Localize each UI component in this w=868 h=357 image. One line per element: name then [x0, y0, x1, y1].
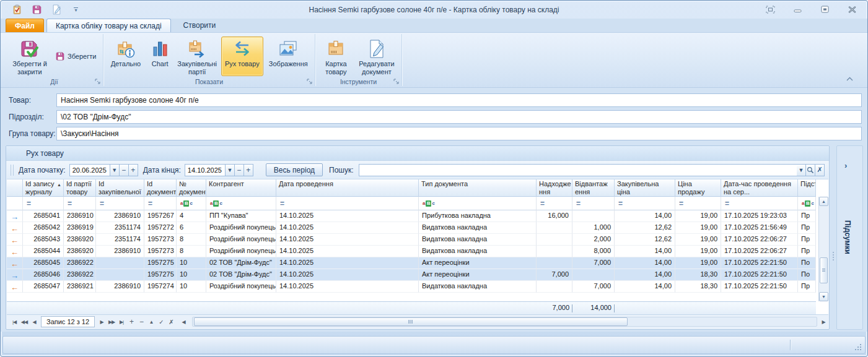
- table-cell[interactable]: 8,000: [572, 246, 615, 257]
- filter-cell[interactable]: aBc: [206, 197, 276, 210]
- purchase-lots-button[interactable]: Закупівельні партії: [175, 37, 219, 76]
- table-cell[interactable]: 10: [177, 257, 206, 269]
- table-row[interactable]: ←26850432386920235117419572738Роздрібний…: [7, 234, 816, 246]
- hscroll-right-icon[interactable]: ▶: [818, 317, 828, 327]
- table-cell[interactable]: 2386910: [96, 246, 144, 257]
- table-cell[interactable]: 2,000: [572, 234, 615, 246]
- table-cell[interactable]: Роздрібний покупець: [206, 246, 276, 257]
- table-cell[interactable]: 14.10.2025: [276, 257, 419, 269]
- table-cell[interactable]: 2386919: [64, 222, 96, 234]
- save-close-button[interactable]: Зберегти й закрити: [9, 37, 50, 76]
- tab-file[interactable]: Файл: [6, 19, 44, 32]
- table-cell[interactable]: 14.10.2025: [276, 210, 419, 222]
- minimize-icon[interactable]: [791, 4, 804, 15]
- table-row[interactable]: →2685046238692219572751002 ТОВ "Дрім-Фуд…: [7, 269, 816, 281]
- goods-movement-button[interactable]: Рух товару: [221, 37, 263, 76]
- search-dropdown-icon[interactable]: ▼: [797, 164, 806, 176]
- table-cell[interactable]: 17.10.2025 22:06:27: [721, 234, 798, 246]
- table-cell[interactable]: 19,00: [675, 246, 721, 257]
- table-cell[interactable]: [572, 269, 615, 281]
- column-header[interactable]: Id документа: [144, 179, 177, 197]
- table-cell[interactable]: 19,00: [675, 210, 721, 222]
- table-cell[interactable]: 18,30: [675, 281, 721, 293]
- table-cell[interactable]: Акт переоцінки: [419, 257, 537, 269]
- date-from-minus-button[interactable]: −: [120, 164, 129, 176]
- nav-delete-button[interactable]: −: [136, 317, 146, 327]
- filter-cell[interactable]: =: [96, 197, 144, 210]
- nav-last-button[interactable]: ▶|: [116, 317, 126, 327]
- table-cell[interactable]: 19,00: [675, 234, 721, 246]
- detail-button[interactable]: Детально: [107, 37, 144, 76]
- table-cell[interactable]: 17.10.2025 19:23:03: [721, 210, 798, 222]
- table-cell[interactable]: 14,00: [615, 246, 675, 257]
- table-cell[interactable]: Видаткова накладна: [419, 222, 537, 234]
- department-field[interactable]: \02 ТОВ "Дрім-Фудс": [56, 110, 862, 124]
- column-header[interactable]: № документа: [177, 179, 206, 197]
- table-cell[interactable]: 1957267: [144, 210, 177, 222]
- table-cell[interactable]: 7,000: [537, 269, 572, 281]
- dialog-launcher-icon[interactable]: [307, 79, 313, 85]
- filter-cell[interactable]: =: [64, 197, 96, 210]
- scroll-up-icon[interactable]: ▲: [819, 197, 828, 206]
- table-cell[interactable]: 2386922: [64, 269, 96, 281]
- table-cell[interactable]: Пр: [798, 222, 816, 234]
- column-header[interactable]: Id закупівельної партії: [96, 179, 144, 197]
- nav-first-button[interactable]: |◀: [9, 317, 19, 327]
- nav-cancel-button[interactable]: ✗: [166, 317, 176, 327]
- date-to-dropdown-icon[interactable]: ▼: [226, 164, 235, 176]
- edit-document-button[interactable]: Редагувати документ: [356, 37, 398, 76]
- nav-prev-page-button[interactable]: ◀◀: [19, 317, 29, 327]
- table-cell[interactable]: 8: [177, 246, 206, 257]
- table-cell[interactable]: 2685047: [23, 281, 64, 293]
- table-row[interactable]: ←2685045238692219572751002 ТОВ "Дрім-Фуд…: [7, 257, 816, 269]
- table-cell[interactable]: 14.10.2025: [276, 281, 419, 293]
- table-cell[interactable]: 2386922: [64, 257, 96, 269]
- table-cell[interactable]: Пр: [798, 234, 816, 246]
- filter-cell[interactable]: =: [721, 197, 798, 210]
- table-cell[interactable]: [96, 269, 144, 281]
- table-cell[interactable]: 10: [177, 269, 206, 281]
- table-cell[interactable]: ПП "Купава": [206, 210, 276, 222]
- table-cell[interactable]: 14,00: [615, 257, 675, 269]
- table-cell[interactable]: [537, 234, 572, 246]
- table-cell[interactable]: 2685043: [23, 234, 64, 246]
- table-cell[interactable]: 2386910: [96, 210, 144, 222]
- table-cell[interactable]: Видаткова накладна: [419, 246, 537, 257]
- tab-create[interactable]: Створити: [175, 19, 225, 32]
- table-cell[interactable]: 2685045: [23, 257, 64, 269]
- toolbar-grip[interactable]: [11, 165, 14, 176]
- table-cell[interactable]: [572, 210, 615, 222]
- save-button[interactable]: Зберегти: [53, 50, 99, 62]
- horizontal-scrollbar[interactable]: [192, 317, 817, 327]
- dialog-launcher-icon[interactable]: [95, 79, 101, 85]
- table-cell[interactable]: 17.10.2025 22:21:50: [721, 281, 798, 293]
- table-cell[interactable]: Видаткова накладна: [419, 234, 537, 246]
- table-cell[interactable]: 2685046: [23, 269, 64, 281]
- product-group-field[interactable]: \Закуски\Насіння: [56, 127, 862, 140]
- date-to-minus-button[interactable]: −: [235, 164, 244, 176]
- table-cell[interactable]: 2685044: [23, 246, 64, 257]
- table-cell[interactable]: Пр: [798, 281, 816, 293]
- table-cell[interactable]: Роздрібний покупець: [206, 222, 276, 234]
- column-header[interactable]: Дата проведення: [276, 179, 419, 197]
- column-header[interactable]: Тип документа: [419, 179, 537, 197]
- table-cell[interactable]: 8: [177, 234, 206, 246]
- resize-grip[interactable]: [853, 342, 861, 350]
- column-header[interactable]: Контрагент: [206, 179, 276, 197]
- nav-next-page-button[interactable]: ▶▶: [107, 317, 116, 327]
- table-cell[interactable]: Пр: [798, 210, 816, 222]
- chart-button[interactable]: Chart: [147, 37, 173, 76]
- table-cell[interactable]: 02 ТОВ "Дрім-Фудс": [206, 269, 276, 281]
- table-cell[interactable]: Роздрібний покупець: [206, 281, 276, 293]
- table-cell[interactable]: 7,000: [572, 281, 615, 293]
- table-cell[interactable]: 2386910: [64, 210, 96, 222]
- table-cell[interactable]: [537, 257, 572, 269]
- table-cell[interactable]: 2685041: [23, 210, 64, 222]
- column-header[interactable]: Дата-час проведення на сер...: [721, 179, 798, 197]
- filter-cell[interactable]: =: [615, 197, 675, 210]
- column-header[interactable]: Ціна продажу: [675, 179, 721, 197]
- table-cell[interactable]: 12,62: [615, 234, 675, 246]
- nav-add-button[interactable]: +: [126, 317, 136, 327]
- filter-cell[interactable]: =: [537, 197, 572, 210]
- table-cell[interactable]: По: [798, 257, 816, 269]
